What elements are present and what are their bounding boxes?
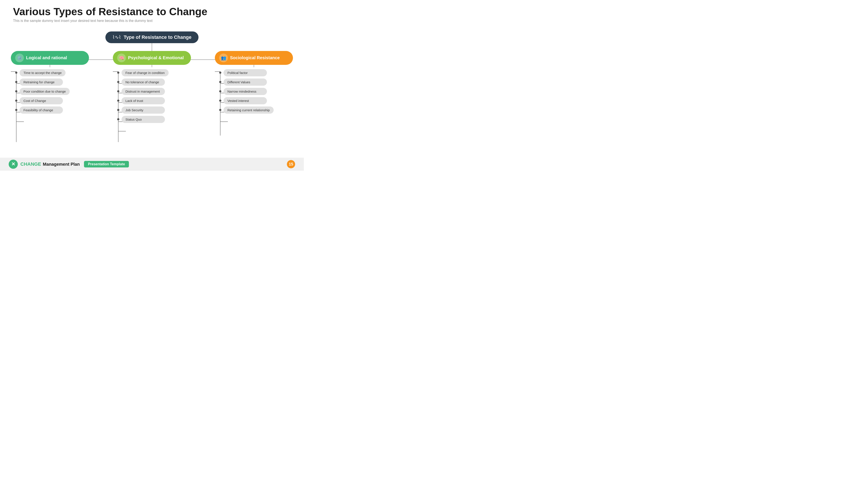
item-label: Different Values xyxy=(223,78,267,86)
list-item: Status Quo xyxy=(117,116,191,123)
footer: ✕ CHANGE Management Plan Presentation Te… xyxy=(0,158,304,171)
logical-items: Time to accept the change Retraining for… xyxy=(11,69,89,113)
item-label: Lack of trust xyxy=(122,97,165,104)
item-dot xyxy=(15,100,18,102)
category-pill-logical: ⚙️ Logical and rational xyxy=(11,51,89,65)
item-label: Fear of change in condition xyxy=(122,69,168,76)
branch-logical: ⚙️ Logical and rational Time to accept t… xyxy=(11,51,89,123)
header: Various Types of Resistance to Change Th… xyxy=(0,0,304,25)
item-dot xyxy=(117,100,119,102)
central-node-label: Type of Resistance to Change xyxy=(124,34,192,40)
branch-psychological: 🧠 Psychological & Emotional Fear of chan… xyxy=(113,51,191,123)
category-pill-sociological: 👥 Sociological Resistance xyxy=(215,51,293,65)
list-item: Time to accept the change xyxy=(15,69,89,76)
list-item: No tolerance of change xyxy=(117,78,191,86)
footer-logo: ✕ xyxy=(9,160,18,169)
item-label: No tolerance of change xyxy=(122,78,165,86)
item-dot xyxy=(117,81,119,83)
item-dot xyxy=(117,90,119,92)
list-item: Job Security xyxy=(117,106,191,113)
list-item: Feasibility of change xyxy=(15,106,89,113)
page-title: Various Types of Resistance to Change xyxy=(13,6,291,18)
list-item: Different Values xyxy=(219,78,293,86)
page-subtitle: This is the sample dummy text insert you… xyxy=(13,19,291,23)
list-item: Fear of change in condition xyxy=(117,69,191,76)
logical-label: Logical and rational xyxy=(26,55,67,60)
item-label: Feasibility of change xyxy=(20,106,63,113)
item-label: Retaining current relationship xyxy=(223,106,274,113)
list-item: Lack of trust xyxy=(117,97,191,104)
item-label: Cost of Change xyxy=(20,97,63,104)
list-item: Cost of Change xyxy=(15,97,89,104)
item-dot xyxy=(15,90,18,92)
item-label: Status Quo xyxy=(122,116,165,123)
list-item: Vested interest xyxy=(219,97,293,104)
item-label: Poor condition due to change xyxy=(20,88,70,95)
branch-sociological: 👥 Sociological Resistance Political fact… xyxy=(215,51,293,123)
list-item: Distrust in management xyxy=(117,88,191,95)
item-dot xyxy=(117,118,119,120)
resistance-icon: ⌇∿⌇ xyxy=(113,34,121,40)
sociological-label: Sociological Resistance xyxy=(230,55,280,60)
footer-brand-sub: Management Plan xyxy=(43,162,80,167)
footer-brand-name: CHANGE xyxy=(21,161,41,167)
item-dot xyxy=(117,72,119,74)
psychological-label: Psychological & Emotional xyxy=(128,55,184,60)
item-label: Retraining for change xyxy=(20,78,63,86)
branches-container: ⚙️ Logical and rational Time to accept t… xyxy=(0,51,304,123)
logo-x-icon: ✕ xyxy=(11,161,15,167)
psychological-icon: 🧠 xyxy=(117,54,126,62)
item-label: Time to accept the change xyxy=(20,69,65,76)
item-dot xyxy=(219,81,221,83)
logical-icon: ⚙️ xyxy=(15,54,24,62)
footer-pill-label: Presentation Template xyxy=(88,162,125,166)
list-item: Retraining for change xyxy=(15,78,89,86)
item-dot xyxy=(219,100,221,102)
item-label: Vested interest xyxy=(223,97,267,104)
list-item: Political factor xyxy=(219,69,293,76)
central-node: ⌇∿⌇ Type of Resistance to Change xyxy=(105,31,198,43)
item-dot xyxy=(15,109,18,111)
item-label: Job Security xyxy=(122,106,165,113)
footer-page-number: 15 xyxy=(287,160,295,168)
item-dot xyxy=(219,90,221,92)
item-dot xyxy=(117,109,119,111)
footer-template-pill: Presentation Template xyxy=(84,161,129,167)
psychological-items: Fear of change in condition No tolerance… xyxy=(113,69,191,123)
item-label: Narrow mindedness xyxy=(223,88,267,95)
sociological-icon: 👥 xyxy=(219,54,228,62)
diagram: ⌇∿⌇ Type of Resistance to Change ⚙️ Logi… xyxy=(0,25,304,142)
list-item: Poor condition due to change xyxy=(15,88,89,95)
item-dot xyxy=(15,72,18,74)
sociological-items: Political factor Different Values Narrow… xyxy=(215,69,293,113)
category-pill-psychological: 🧠 Psychological & Emotional xyxy=(113,51,191,65)
list-item: Retaining current relationship xyxy=(219,106,293,113)
item-dot xyxy=(219,109,221,111)
item-label: Distrust in management xyxy=(122,88,165,95)
list-item: Narrow mindedness xyxy=(219,88,293,95)
item-dot xyxy=(15,81,18,83)
item-label: Political factor xyxy=(223,69,267,76)
item-dot xyxy=(219,72,221,74)
